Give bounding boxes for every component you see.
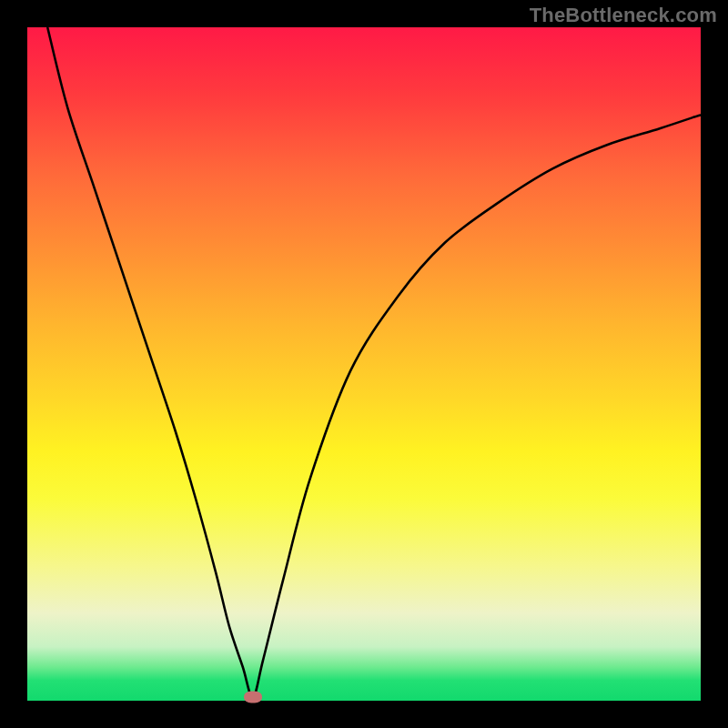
chart-frame: TheBottleneck.com <box>0 0 728 728</box>
sweet-spot-marker <box>244 692 262 703</box>
watermark-label: TheBottleneck.com <box>530 4 717 27</box>
bottleneck-curve <box>47 27 701 697</box>
curve-svg <box>27 27 701 701</box>
plot-area <box>27 27 701 701</box>
